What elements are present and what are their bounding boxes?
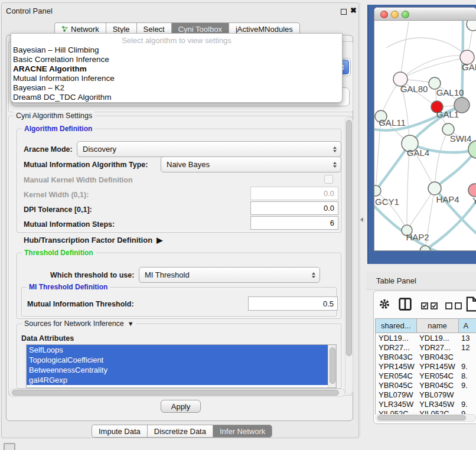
network-view-window[interactable]: GALGAL80GAL10GAL1SWI4GAL4GAL11GCY1HAP4YH… [374,7,476,251]
network-node-label: HAP4 [436,194,459,204]
table-row[interactable]: YDL19...YDL19...13 [376,333,476,343]
table-row[interactable]: YDR27...YDR27...12 [376,343,476,352]
mi-steps-value: 6 [330,219,334,227]
network-node[interactable] [467,21,476,31]
hub-definition-label: Hub/Transcription Factor Definition [24,236,152,244]
table-row[interactable]: YER054CYER054C8. [376,371,476,380]
settings-horizontal-scrollbar[interactable] [9,389,345,397]
bottom-tab-impute-data[interactable]: Impute Data [92,425,147,438]
new-table-icon[interactable] [466,296,476,312]
algorithm-option[interactable]: ARACNE Algorithm [11,64,342,74]
column-header-2[interactable]: name [416,319,458,333]
scrollbar-thumb[interactable] [330,347,335,384]
mi-steps-input[interactable]: 6 [250,216,338,230]
attribute-item[interactable]: BetweennessCentrality [27,365,328,375]
table-cell: YBL079W [376,390,416,399]
network-node[interactable] [374,185,381,196]
show-columns-icon[interactable] [421,302,438,309]
network-node-label: GAL [462,62,476,72]
network-window-titlebar[interactable] [374,8,476,21]
control-panel-title: Control Panel [6,6,53,15]
settings-vertical-scrollbar[interactable] [345,117,353,394]
table-row[interactable]: YBR043CYBR043C [376,352,476,361]
minimized-panel-icon[interactable] [4,443,15,450]
table-cell: YDL19... [376,333,416,343]
network-node-label: GAL11 [379,118,406,128]
splitter-collapse-icon[interactable] [360,217,363,222]
table-horizontal-scrollbar[interactable] [376,414,476,422]
which-threshold-label: Which threshold to use: [50,271,134,279]
screen: Control Panel ✖ NetworkStyleSelectCyni T… [0,0,476,450]
bottom-tab-infer-network[interactable]: Infer Network [213,425,272,438]
table-cell: YBL079W [416,390,458,399]
up-arrow-icon [312,272,315,275]
hub-definition-toggle[interactable]: Hub/Transcription Factor Definition ▶ [24,236,162,244]
gear-icon[interactable] [379,299,390,309]
bottom-tab-discretize-data[interactable]: Discretize Data [147,425,213,438]
table-cell: 9. [458,361,476,371]
attribute-item[interactable]: gal4RGexp [27,375,328,385]
expanded-arrow-icon: ▼ [128,320,134,327]
column-header-1[interactable]: shared... [376,319,416,333]
hide-columns-icon[interactable] [445,302,462,309]
algorithm-option[interactable]: Basic Correlation Inference [11,55,342,64]
table-row[interactable]: YLR345WYLR345W9. [376,399,476,409]
up-arrow-icon [333,162,337,164]
close-icon[interactable]: ✖ [350,6,357,15]
minimize-traffic-light-icon[interactable] [391,11,399,18]
zoom-traffic-light-icon[interactable] [402,11,409,18]
dpi-tolerance-input[interactable]: 0.0 [250,201,338,215]
down-arrow-icon [312,276,315,278]
table-row[interactable]: YBL079WYBL079W [376,390,476,399]
down-arrow-icon [333,150,337,152]
network-canvas[interactable]: GALGAL80GAL10GAL1SWI4GAL4GAL11GCY1HAP4YH… [374,21,476,250]
algorithm-option[interactable]: Bayesian – Hill Climbing [11,45,342,55]
table-cell: YPR145W [416,361,458,371]
table-row[interactable]: YBR045CYBR045C9. [376,380,476,390]
attribute-items: SelfLoopsTopologicalCoefficientBetweenne… [27,345,328,387]
manual-kernel-width-label: Manual Kernel Width Definition [24,176,133,184]
float-window-icon[interactable] [341,9,347,15]
table-cell: YBR045C [376,380,416,390]
scrollbar-thumb[interactable] [12,390,339,396]
table-row[interactable]: YPR145WYPR145W9. [376,361,476,371]
aracne-mode-select[interactable]: Discovery [77,141,341,157]
scrollbar-thumb[interactable] [346,120,352,356]
sources-legend-row[interactable]: Sources for Network Inference ▼ [22,319,136,328]
algorithm-option[interactable]: Dream8 DC_TDC Algorithm [11,93,342,102]
kernel-width-input[interactable]: 0.0 [250,187,338,200]
network-node[interactable] [468,184,476,197]
attribute-item[interactable]: TopologicalCoefficient [27,355,328,365]
apply-button[interactable]: Apply [161,400,201,413]
close-traffic-light-icon[interactable] [380,11,388,18]
scrollbar-thumb[interactable] [377,415,466,420]
algorithm-option[interactable]: Mutual Information Inference [11,74,342,83]
network-graph: GALGAL80GAL10GAL1SWI4GAL4GAL11GCY1HAP4YH… [374,21,476,250]
table-cell: 8. [458,371,476,380]
data-attributes-list[interactable]: SelfLoopsTopologicalCoefficientBetweenne… [26,344,337,388]
mi-threshold-input[interactable]: 0.5 [248,296,338,311]
attribute-item[interactable]: SelfLoops [27,345,328,355]
mi-threshold-label: Mutual Information Threshold: [27,300,134,308]
kernel-width-value: 0.0 [324,189,334,198]
network-node[interactable] [428,182,441,195]
mi-algorithm-type-select[interactable]: Naive Bayes [161,156,341,172]
tab-label: Select [144,25,165,34]
tab-label: Network [71,25,99,34]
manual-kernel-width-checkbox[interactable] [324,175,333,184]
network-edge [400,57,467,79]
algorithm-option[interactable]: Bayesian – K2 [11,83,342,93]
mi-algorithm-type-value: Naive Bayes [167,160,210,169]
column-header-3[interactable]: A [458,319,476,333]
split-columns-icon[interactable] [399,298,412,311]
network-node-label: SWI4 [450,133,472,144]
down-arrow-icon [333,165,337,168]
node-table[interactable]: shared...nameAYDL19...YDL19...13YDR27...… [375,318,476,415]
aracne-mode-value: Discovery [83,145,116,154]
table-cell: YPR145W [376,361,416,371]
table-cell: YBR045C [416,380,458,390]
mi-steps-label: Mutual Information Steps: [24,220,115,229]
which-threshold-select[interactable]: MI Threshold [139,267,320,283]
table-cell: YBR043C [416,352,458,361]
list-vertical-scrollbar[interactable] [328,345,336,388]
